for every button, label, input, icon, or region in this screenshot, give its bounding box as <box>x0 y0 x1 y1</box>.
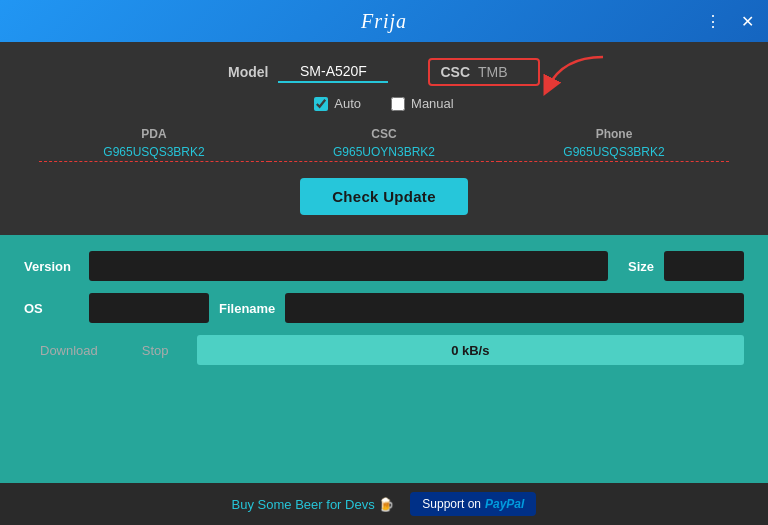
beer-link[interactable]: Buy Some Beer for Devs 🍺 <box>232 497 395 512</box>
pda-item: PDA G965USQS3BRK2 <box>39 127 269 162</box>
options-row: Auto Manual <box>20 96 748 111</box>
phone-value: G965USQS3BRK2 <box>499 145 729 162</box>
stop-button[interactable]: Stop <box>126 337 185 364</box>
paypal-button[interactable]: Support on PayPal <box>410 492 536 516</box>
phone-item: Phone G965USQS3BRK2 <box>499 127 729 162</box>
os-input[interactable] <box>89 293 209 323</box>
csc-firmware-value: G965UOYN3BRK2 <box>269 145 499 162</box>
progress-text: 0 kB/s <box>451 343 489 358</box>
action-row: Download Stop 0 kB/s <box>24 335 744 365</box>
paypal-logo: PayPal <box>485 497 524 511</box>
pda-value: G965USQS3BRK2 <box>39 145 269 162</box>
paypal-support-label: Support on <box>422 497 481 511</box>
csc-box: CSC <box>428 58 540 86</box>
os-row: OS Filename <box>24 293 744 323</box>
model-input[interactable] <box>278 61 388 83</box>
csc-input[interactable] <box>478 64 528 80</box>
model-csc-row: Model CSC <box>20 58 748 86</box>
auto-option[interactable]: Auto <box>314 96 361 111</box>
model-label: Model <box>228 64 268 80</box>
csc-label: CSC <box>440 64 470 80</box>
manual-label: Manual <box>411 96 454 111</box>
filename-label: Filename <box>219 301 275 316</box>
manual-option[interactable]: Manual <box>391 96 454 111</box>
size-label: Size <box>628 259 654 274</box>
app-title: Frija <box>361 10 407 33</box>
auto-checkbox[interactable] <box>314 97 328 111</box>
manual-checkbox[interactable] <box>391 97 405 111</box>
phone-label: Phone <box>596 127 633 141</box>
close-button[interactable]: ✕ <box>735 10 760 33</box>
version-row: Version Size <box>24 251 744 281</box>
version-label: Version <box>24 259 79 274</box>
check-update-row: Check Update <box>20 178 748 215</box>
bottom-section: Version Size OS Filename Download Stop 0… <box>0 235 768 483</box>
footer: Buy Some Beer for Devs 🍺 Support on PayP… <box>0 483 768 525</box>
os-label: OS <box>24 301 79 316</box>
download-button[interactable]: Download <box>24 337 114 364</box>
menu-button[interactable]: ⋮ <box>699 10 727 33</box>
csc-firmware-item: CSC G965UOYN3BRK2 <box>269 127 499 162</box>
version-input[interactable] <box>89 251 608 281</box>
title-bar: Frija ⋮ ✕ <box>0 0 768 42</box>
progress-bar: 0 kB/s <box>197 335 744 365</box>
firmware-row: PDA G965USQS3BRK2 CSC G965UOYN3BRK2 Phon… <box>20 127 748 162</box>
top-section: Model CSC Auto Manual <box>0 42 768 235</box>
auto-label: Auto <box>334 96 361 111</box>
red-arrow-icon <box>543 52 608 97</box>
filename-input[interactable] <box>285 293 744 323</box>
size-input[interactable] <box>664 251 744 281</box>
check-update-button[interactable]: Check Update <box>300 178 468 215</box>
csc-firmware-label: CSC <box>371 127 396 141</box>
window-controls: ⋮ ✕ <box>699 10 760 33</box>
pda-label: PDA <box>141 127 166 141</box>
